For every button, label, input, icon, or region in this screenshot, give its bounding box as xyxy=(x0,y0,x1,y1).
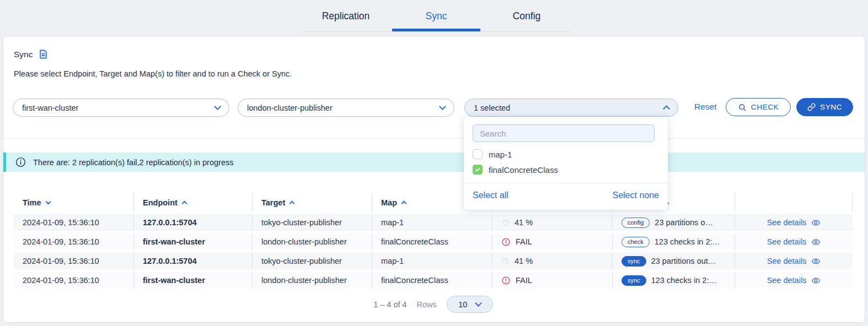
time-cell: 2024-01-09, 15:36:10 xyxy=(14,233,133,250)
time-cell: 2024-01-09, 15:36:10 xyxy=(14,214,133,231)
see-details-link[interactable]: See details xyxy=(767,237,807,246)
maps-dropdown-panel: map-1 finalConcreteClass Select all Sele… xyxy=(464,117,668,210)
column-header-label: Map xyxy=(381,198,397,207)
eye-icon xyxy=(811,257,821,266)
column-header-label: Time xyxy=(23,198,41,207)
table-row: 2024-01-09, 15:36:10 127.0.0.1:5704 toky… xyxy=(14,253,853,269)
maps-options-list: map-1 finalConcreteClass xyxy=(464,146,668,177)
maps-multiselect[interactable]: 1 selected xyxy=(464,99,678,117)
table-header-row: TimeEndpointTargetMap xyxy=(14,193,853,211)
see-details-link[interactable]: See details xyxy=(767,257,807,265)
sync-table: TimeEndpointTargetMap 2024-01-09, 15:36:… xyxy=(14,193,853,313)
details-cell[interactable]: See details xyxy=(735,233,853,250)
rows-per-page-label: Rows xyxy=(417,300,437,309)
chevron-down-icon xyxy=(475,300,483,307)
tab-config[interactable]: Config xyxy=(483,3,571,31)
spinner-icon xyxy=(501,257,510,265)
map-cell: finalConcreteClass xyxy=(372,233,492,250)
tab-replication[interactable]: Replication xyxy=(302,3,390,31)
select-all-button[interactable]: Select all xyxy=(473,191,508,200)
message-text: 23 partitions o… xyxy=(655,218,713,227)
link-icon xyxy=(807,103,816,111)
endpoint-cell: 127.0.0.1:5704 xyxy=(133,214,252,231)
status-cell: FAIL xyxy=(492,233,612,250)
status-cell: FAIL xyxy=(492,272,612,289)
endpoint-cell: first-wan-cluster xyxy=(133,233,252,250)
message-cell: sync 123 checks in 2:… xyxy=(612,272,735,289)
endpoint-select-value: first-wan-cluster xyxy=(22,104,78,112)
info-icon xyxy=(15,156,26,168)
table-body: 2024-01-09, 15:36:10 127.0.0.1:5704 toky… xyxy=(14,214,853,289)
details-cell[interactable]: See details xyxy=(735,272,853,289)
check-button-label: CHECK xyxy=(751,103,779,111)
rows-per-page-select[interactable]: 10 xyxy=(447,296,493,313)
rows-per-page-value: 10 xyxy=(458,300,467,309)
sort-asc-icon xyxy=(401,200,407,206)
map-cell: finalConcreteClass xyxy=(372,272,492,289)
details-cell[interactable]: See details xyxy=(735,253,853,269)
status-cell: 41 % xyxy=(492,253,612,269)
page-title: Sync xyxy=(14,50,33,59)
sort-desc-icon xyxy=(45,199,51,204)
message-cell: config 23 partitions o… xyxy=(612,214,735,231)
maps-multiselect-value: 1 selected xyxy=(474,104,510,112)
status-text: FAIL xyxy=(516,237,532,246)
details-cell[interactable]: See details xyxy=(735,214,853,231)
eye-icon xyxy=(811,276,821,285)
map-cell: map-1 xyxy=(372,214,492,231)
map-option[interactable]: finalConcreteClass xyxy=(464,162,668,177)
message-cell: sync 23 partitions out… xyxy=(612,253,735,269)
operation-badge: config xyxy=(621,218,650,228)
chevron-up-icon xyxy=(663,105,670,112)
target-cell: london-cluster-publisher xyxy=(252,272,372,289)
eye-icon xyxy=(811,218,821,227)
search-icon xyxy=(738,103,747,112)
sort-asc-icon xyxy=(181,200,187,206)
target-select[interactable]: london-cluster-publisher xyxy=(238,99,454,117)
check-button[interactable]: CHECK xyxy=(726,98,791,116)
tab-sync[interactable]: Sync xyxy=(392,3,480,31)
table-row: 2024-01-09, 15:36:10 first-wan-cluster l… xyxy=(14,272,853,289)
column-header-label: Target xyxy=(261,198,285,207)
column-header-time[interactable]: Time xyxy=(14,193,133,211)
map-option[interactable]: map-1 xyxy=(464,146,668,162)
operation-badge: check xyxy=(621,237,650,247)
map-option-label: map-1 xyxy=(489,150,512,159)
sync-button-label: SYNC xyxy=(820,103,842,111)
panel-description: Please select Endpoint, Target and Map(s… xyxy=(14,69,292,78)
map-option-label: finalConcreteClass xyxy=(489,165,558,175)
sort-asc-icon xyxy=(290,200,295,206)
message-text: 123 checks in 2:… xyxy=(655,237,720,246)
sync-button[interactable]: SYNC xyxy=(796,98,853,116)
checkbox[interactable] xyxy=(473,165,483,175)
endpoint-select[interactable]: first-wan-cluster xyxy=(13,99,229,117)
message-cell: check 123 checks in 2:… xyxy=(612,233,735,250)
search-input[interactable] xyxy=(473,124,655,142)
column-header-endpoint[interactable]: Endpoint xyxy=(133,193,252,211)
target-select-value: london-cluster-publisher xyxy=(247,104,333,112)
error-icon xyxy=(501,276,511,285)
reset-button[interactable]: Reset xyxy=(694,102,717,112)
message-text: 23 partitions out… xyxy=(651,257,716,265)
checkbox[interactable] xyxy=(473,149,483,159)
target-cell: london-cluster-publisher xyxy=(252,233,372,250)
pagination: 1 – 4 of 4 Rows 10 xyxy=(14,295,853,313)
column-header-blank-6 xyxy=(735,193,853,211)
tab-bar: ReplicationSyncConfig xyxy=(302,3,571,32)
info-banner-text: There are: 2 replication(s) fail,2 repli… xyxy=(33,158,233,167)
see-details-link[interactable]: See details xyxy=(767,218,807,227)
endpoint-cell: first-wan-cluster xyxy=(133,272,252,289)
document-icon xyxy=(38,49,49,59)
see-details-link[interactable]: See details xyxy=(767,276,807,285)
eye-icon xyxy=(811,237,821,247)
divider xyxy=(3,138,865,139)
table-row: 2024-01-09, 15:36:10 first-wan-cluster l… xyxy=(14,233,853,250)
page-range: 1 – 4 of 4 xyxy=(373,300,406,309)
column-header-target[interactable]: Target xyxy=(252,193,372,211)
status-cell: 41 % xyxy=(492,214,612,231)
status-text: 41 % xyxy=(515,218,533,227)
select-none-button[interactable]: Select none xyxy=(612,191,659,200)
status-text: FAIL xyxy=(516,276,532,285)
time-cell: 2024-01-09, 15:36:10 xyxy=(14,253,133,269)
map-cell: map-1 xyxy=(372,253,492,269)
